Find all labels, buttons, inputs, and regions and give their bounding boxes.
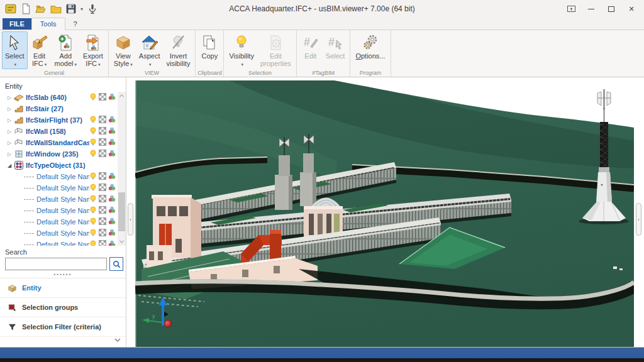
collapse-arrow-icon[interactable]: ◢ [5, 163, 14, 168]
tree-item-style[interactable]: Default Style Name [0, 205, 118, 216]
row-transparency-toggle[interactable] [99, 195, 106, 204]
export-ifc-button[interactable]: Export IFC▾ [80, 31, 106, 69]
tab-help[interactable]: ? [65, 18, 86, 30]
sidebar-item-selection-filter[interactable]: Selection Filter (criteria) [0, 317, 126, 337]
tree-item-style[interactable]: Default Style Name [0, 194, 118, 205]
tree-item-ifcstairflight[interactable]: ▷IfcStairFlight (37) [0, 114, 118, 126]
row-color-toggle[interactable] [108, 229, 116, 238]
row-visibility-toggle[interactable] [89, 116, 97, 124]
row-transparency-toggle[interactable] [99, 138, 106, 147]
row-visibility-toggle[interactable] [89, 172, 97, 181]
options-button[interactable]: Options... [352, 31, 388, 60]
sidebar-more-chevron-icon[interactable] [114, 336, 121, 343]
right-panel-expand-handle[interactable]: ‹ [636, 203, 641, 236]
tagbim-edit-button[interactable]: # Edit [299, 31, 323, 60]
scrollbar-thumb[interactable] [118, 192, 125, 231]
ribbon-group-program: Options... Program [350, 30, 391, 77]
row-visibility-toggle[interactable] [89, 206, 97, 215]
row-transparency-toggle[interactable] [99, 229, 106, 238]
row-visibility-toggle[interactable] [89, 127, 97, 136]
row-transparency-toggle[interactable] [99, 93, 106, 102]
tree-item-ifcstair[interactable]: ▷IfcStair (27) [0, 103, 118, 114]
row-visibility-toggle[interactable] [89, 150, 97, 158]
visibility-button[interactable]: Visibility ▾ [226, 31, 257, 69]
save-dropdown-caret-icon[interactable]: ▾ [80, 6, 83, 12]
row-color-toggle[interactable] [108, 138, 116, 147]
save-icon[interactable] [65, 3, 77, 14]
minimize-button[interactable] [582, 2, 600, 16]
row-transparency-toggle[interactable] [99, 217, 106, 226]
app-logo-icon[interactable] [5, 3, 16, 14]
panel-splitter[interactable]: ▪▪▪▪▪▪ [0, 271, 126, 278]
folder-icon[interactable] [50, 3, 62, 14]
row-transparency-toggle[interactable] [99, 150, 106, 158]
row-color-toggle[interactable] [108, 206, 116, 215]
row-visibility-toggle[interactable] [89, 229, 97, 238]
row-transparency-toggle[interactable] [99, 116, 106, 124]
row-color-toggle[interactable] [108, 195, 116, 204]
sidebar-collapse-handle[interactable]: ‹ [128, 203, 133, 236]
row-transparency-toggle[interactable] [99, 240, 106, 246]
microphone-icon[interactable] [87, 3, 98, 14]
expand-arrow-icon[interactable]: ▷ [5, 106, 14, 112]
row-transparency-toggle[interactable] [99, 206, 106, 215]
row-color-toggle[interactable] [108, 116, 116, 124]
row-visibility-toggle[interactable] [89, 195, 97, 204]
tree-item-style[interactable]: Default Style Name [0, 216, 118, 228]
row-color-toggle[interactable] [108, 240, 116, 246]
row-color-toggle[interactable] [108, 217, 116, 226]
new-file-icon[interactable] [20, 3, 31, 14]
tree-item-style[interactable]: Default Style Name [0, 171, 118, 182]
tree-item-style[interactable]: Default Style Name [0, 228, 118, 239]
row-transparency-toggle[interactable] [99, 172, 106, 181]
search-button[interactable] [109, 257, 123, 271]
row-transparency-toggle[interactable] [99, 127, 106, 136]
row-color-toggle[interactable] [108, 93, 116, 102]
tree-item-ifcwall[interactable]: ▷IfcWall (158) [0, 126, 118, 137]
expand-arrow-icon[interactable]: ▷ [5, 95, 14, 101]
search-input[interactable] [5, 258, 107, 270]
row-visibility-toggle[interactable] [89, 240, 97, 246]
close-button[interactable]: ✕ [623, 2, 640, 16]
scroll-up-icon[interactable] [118, 92, 126, 100]
row-visibility-toggle[interactable] [89, 93, 97, 102]
edit-ifc-button[interactable]: Edit IFC▾ [28, 31, 52, 69]
expand-arrow-icon[interactable]: ▷ [5, 129, 14, 134]
edit-properties-button[interactable]: Edit properties [257, 31, 294, 68]
row-color-toggle[interactable] [108, 172, 116, 181]
expand-arrow-icon[interactable]: ▷ [5, 140, 14, 146]
open-folder-icon[interactable] [35, 3, 47, 14]
tree-item-style[interactable]: Default Style Name [0, 239, 118, 246]
search-icon [112, 260, 121, 269]
viewport-canvas[interactable]: y [135, 80, 634, 347]
tab-tools[interactable]: Tools [31, 18, 65, 30]
scroll-down-icon[interactable] [118, 238, 126, 246]
tree-item-style[interactable]: Default Style Name [0, 182, 118, 194]
aspect-button[interactable]: Aspect ▾ [136, 31, 164, 69]
row-visibility-toggle[interactable] [89, 184, 97, 192]
row-color-toggle[interactable] [108, 127, 116, 136]
maximize-button[interactable] [602, 2, 620, 16]
tree-item-ifcslab[interactable]: ▷IfcSlab (640) [0, 92, 118, 103]
ribbon-display-options-icon[interactable] [562, 2, 580, 16]
row-color-toggle[interactable] [108, 150, 116, 158]
select-button[interactable]: Select ▾ [2, 31, 28, 69]
copy-button[interactable]: Copy [197, 31, 221, 60]
sidebar-item-selection-groups[interactable]: Selection groups [0, 298, 126, 317]
tagbim-select-button[interactable]: # Select [323, 31, 348, 60]
expand-arrow-icon[interactable]: ▷ [5, 151, 14, 157]
row-color-toggle[interactable] [108, 184, 116, 192]
expand-arrow-icon[interactable]: ▷ [5, 118, 14, 123]
tree-item-ifcwallstandardcas[interactable]: ▷IfcWallStandardCas [0, 137, 118, 148]
tree-item-ifcwindow[interactable]: ▷IfcWindow (235) [0, 148, 118, 160]
sidebar-item-entity[interactable]: Entity [0, 278, 126, 298]
invert-visibility-button[interactable]: Invert visibility [163, 31, 193, 68]
tab-file[interactable]: FILE [3, 18, 31, 30]
tree-item-ifctypeobject[interactable]: ◢IfcTypeObject (31) [0, 160, 118, 171]
row-visibility-toggle[interactable] [89, 217, 97, 226]
row-transparency-toggle[interactable] [99, 184, 106, 192]
add-model-button[interactable]: Add model▾ [52, 31, 80, 69]
view-style-button[interactable]: View Style▾ [111, 31, 136, 69]
row-visibility-toggle[interactable] [89, 138, 97, 147]
tree-scrollbar[interactable] [118, 92, 126, 246]
